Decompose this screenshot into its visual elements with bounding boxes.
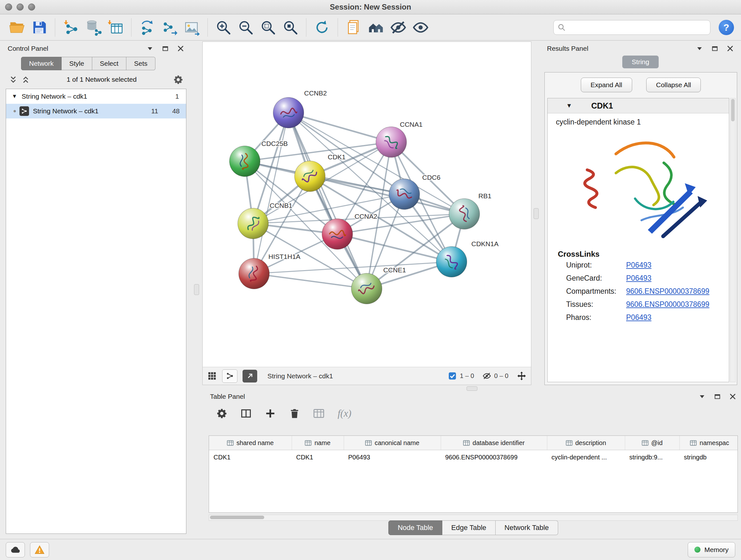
table-panel-collapse-icon[interactable] <box>698 393 706 400</box>
table-panel-float-icon[interactable] <box>714 393 721 400</box>
tab-node-table[interactable]: Node Table <box>388 520 442 535</box>
network-node-CCNE1[interactable] <box>351 273 382 304</box>
clone-network-button[interactable] <box>137 17 157 37</box>
zoom-window-button[interactable] <box>28 3 35 10</box>
crosslink-genecard-link[interactable]: P06493 <box>626 274 651 283</box>
network-edge-HIST1H1A-CCNE1[interactable] <box>254 273 367 289</box>
network-node-CCNA2[interactable] <box>322 219 353 249</box>
birdseye-view-button[interactable] <box>222 369 238 383</box>
collection-expander-icon[interactable]: ▼ <box>12 93 17 100</box>
search-box[interactable] <box>553 20 711 35</box>
collapse-all-button[interactable]: Collapse All <box>646 78 701 92</box>
network-collection-row[interactable]: ▼ String Network – cdk1 1 <box>6 89 186 104</box>
table-cell[interactable]: CDK1 <box>292 450 344 464</box>
search-input[interactable] <box>568 23 706 32</box>
zoom-in-button[interactable] <box>213 17 233 37</box>
apply-layout-button[interactable] <box>312 17 332 37</box>
control-panel-close-icon[interactable] <box>177 45 185 52</box>
import-network-database-button[interactable] <box>83 17 103 37</box>
tab-sets[interactable]: Sets <box>126 57 155 70</box>
table-cell[interactable]: P06493 <box>344 450 441 464</box>
results-scrollbar[interactable] <box>730 98 736 382</box>
results-panel-collapse-icon[interactable] <box>696 45 703 52</box>
network-canvas[interactable]: CCNB2CCNA1CDC25BCDK1CDC6RB1CCNB1CCNA2CDK… <box>203 42 531 367</box>
table-cell[interactable]: 9606.ENSP00000378699 <box>441 450 547 464</box>
crosslink-tissues-link[interactable]: 9606.ENSP00000378699 <box>626 300 710 309</box>
section-expander-icon[interactable]: ▼ <box>566 102 572 109</box>
control-panel-float-icon[interactable] <box>161 45 169 52</box>
network-edge-CCNB2-CCNE1[interactable] <box>288 113 367 289</box>
expand-all-networks-icon[interactable] <box>9 75 17 84</box>
export-network-button[interactable] <box>159 17 179 37</box>
tab-style[interactable]: Style <box>62 57 92 70</box>
show-columns-icon[interactable] <box>241 408 252 419</box>
tab-string[interactable]: String <box>622 56 659 68</box>
open-in-window-button[interactable] <box>243 370 257 382</box>
help-button[interactable] <box>719 20 734 35</box>
column-header-namespac[interactable]: namespac <box>679 436 738 450</box>
zoom-selected-button[interactable] <box>280 17 300 37</box>
column-header-name[interactable]: name <box>292 436 344 450</box>
import-table-button[interactable] <box>106 17 125 37</box>
grid-view-icon[interactable] <box>207 371 217 381</box>
function-builder-icon[interactable]: f(x) <box>338 408 351 419</box>
crosslink-pharos-link[interactable]: P06493 <box>626 313 651 322</box>
network-options-gear-icon[interactable] <box>173 75 183 84</box>
show-all-button[interactable] <box>411 17 430 37</box>
column-header-canonical-name[interactable]: canonical name <box>344 436 441 450</box>
control-panel-collapse-icon[interactable] <box>146 45 154 52</box>
delete-column-icon[interactable] <box>289 408 300 419</box>
table-cell[interactable]: CDK1 <box>209 450 292 464</box>
delete-table-icon[interactable] <box>313 408 324 419</box>
table-panel-close-icon[interactable] <box>729 393 737 400</box>
copy-document-button[interactable] <box>344 17 363 37</box>
table-cell[interactable]: cyclin-dependent ... <box>547 450 625 464</box>
expand-all-button[interactable]: Expand All <box>581 78 632 92</box>
hidden-eyeslash-icon[interactable] <box>482 372 491 380</box>
minimize-window-button[interactable] <box>17 3 23 10</box>
warnings-button[interactable] <box>30 542 49 557</box>
node-section-header[interactable]: ▼ CDK1 <box>548 98 729 113</box>
tab-network-table[interactable]: Network Table <box>495 520 558 535</box>
network-node-CDK1[interactable] <box>294 161 325 192</box>
network-node-CCNB1[interactable] <box>238 208 268 239</box>
network-view[interactable]: CCNB2CCNA1CDC25BCDK1CDC6RB1CCNB1CCNA2CDK… <box>202 42 531 385</box>
tab-edge-table[interactable]: Edge Table <box>442 520 495 535</box>
left-splitter-handle[interactable] <box>194 284 199 295</box>
network-node-CDKN1A[interactable] <box>436 246 467 277</box>
tab-network[interactable]: Network <box>21 57 62 70</box>
memory-button[interactable]: Memory <box>688 542 735 557</box>
table-cell[interactable]: stringdb:9... <box>625 450 679 464</box>
cloud-status-button[interactable] <box>6 542 25 557</box>
column-header-id[interactable]: @id <box>625 436 679 450</box>
results-panel-float-icon[interactable] <box>711 45 719 52</box>
import-network-file-button[interactable] <box>61 17 81 37</box>
results-panel-close-icon[interactable] <box>726 45 734 52</box>
collapse-all-networks-icon[interactable] <box>21 75 30 84</box>
network-node-CCNB2[interactable] <box>273 98 304 128</box>
crosslink-compartments-link[interactable]: 9606.ENSP00000378699 <box>626 287 710 296</box>
network-node-CCNA1[interactable] <box>376 127 407 158</box>
table-cell[interactable]: stringdb <box>679 450 738 464</box>
export-image-button[interactable] <box>182 17 202 37</box>
column-header-description[interactable]: description <box>547 436 625 450</box>
save-session-button[interactable] <box>29 17 49 37</box>
crosslink-uniprot-link[interactable]: P06493 <box>626 261 651 269</box>
network-node-CDC25B[interactable] <box>229 146 260 177</box>
selected-checkbox-icon[interactable] <box>448 372 457 380</box>
network-edge-CCNB2-HIST1H1A[interactable] <box>254 113 288 273</box>
column-header-shared-name[interactable]: shared name <box>209 436 292 450</box>
zoom-fit-button[interactable] <box>258 17 278 37</box>
column-header-database-identifier[interactable]: database identifier <box>441 436 547 450</box>
add-column-icon[interactable] <box>265 408 276 419</box>
table-options-gear-icon[interactable] <box>216 408 227 419</box>
hide-selected-button[interactable] <box>388 17 408 37</box>
network-node-RB1[interactable] <box>449 199 480 229</box>
node-table[interactable]: shared namenamecanonical namedatabase id… <box>209 435 738 513</box>
network-node-HIST1H1A[interactable] <box>239 258 269 289</box>
tab-select[interactable]: Select <box>92 57 126 70</box>
right-splitter-handle[interactable] <box>534 208 539 219</box>
table-horizontal-scrollbar[interactable] <box>209 515 738 521</box>
network-node-CDC6[interactable] <box>389 179 420 209</box>
open-session-button[interactable] <box>7 17 27 37</box>
